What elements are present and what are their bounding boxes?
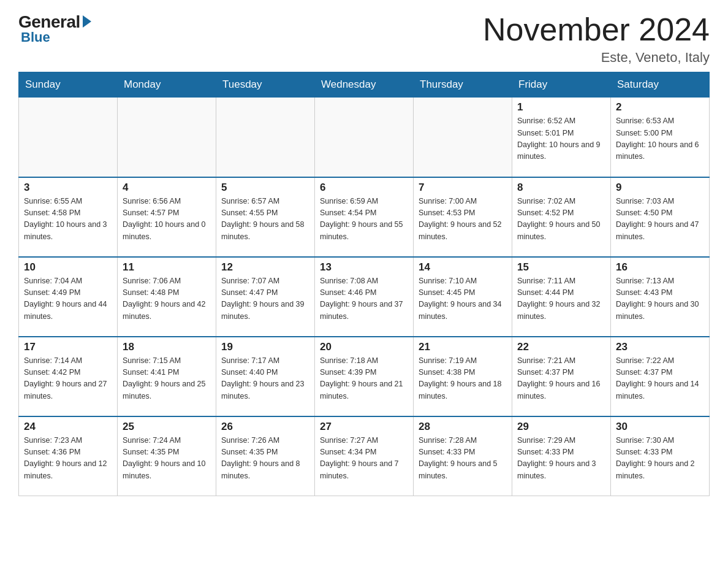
day-info: Sunrise: 7:08 AMSunset: 4:46 PMDaylight:… bbox=[320, 275, 408, 323]
calendar-day-cell: 20Sunrise: 7:18 AMSunset: 4:39 PMDayligh… bbox=[315, 337, 414, 416]
day-number: 13 bbox=[320, 261, 408, 274]
day-info: Sunrise: 7:18 AMSunset: 4:39 PMDaylight:… bbox=[320, 355, 408, 403]
calendar-day-cell: 21Sunrise: 7:19 AMSunset: 4:38 PMDayligh… bbox=[414, 337, 512, 416]
day-number: 29 bbox=[517, 421, 605, 433]
day-info: Sunrise: 7:27 AMSunset: 4:34 PMDaylight:… bbox=[320, 435, 408, 483]
day-info: Sunrise: 7:21 AMSunset: 4:37 PMDaylight:… bbox=[517, 355, 605, 403]
day-of-week-header: Wednesday bbox=[315, 72, 414, 98]
day-info: Sunrise: 7:19 AMSunset: 4:38 PMDaylight:… bbox=[419, 355, 507, 403]
day-of-week-header: Saturday bbox=[611, 72, 710, 98]
day-number: 24 bbox=[24, 421, 112, 433]
day-number: 17 bbox=[24, 341, 112, 353]
day-info: Sunrise: 7:28 AMSunset: 4:33 PMDaylight:… bbox=[419, 435, 507, 483]
calendar-week-row: 24Sunrise: 7:23 AMSunset: 4:36 PMDayligh… bbox=[19, 416, 710, 496]
day-info: Sunrise: 7:15 AMSunset: 4:41 PMDaylight:… bbox=[123, 355, 211, 403]
calendar-day-cell: 6Sunrise: 6:59 AMSunset: 4:54 PMDaylight… bbox=[315, 177, 414, 257]
day-info: Sunrise: 7:10 AMSunset: 4:45 PMDaylight:… bbox=[419, 275, 507, 323]
day-info: Sunrise: 7:03 AMSunset: 4:50 PMDaylight:… bbox=[616, 196, 704, 243]
day-of-week-header: Sunday bbox=[19, 72, 118, 98]
calendar-week-row: 17Sunrise: 7:14 AMSunset: 4:42 PMDayligh… bbox=[19, 337, 710, 416]
day-number: 28 bbox=[419, 421, 507, 433]
day-info: Sunrise: 7:06 AMSunset: 4:48 PMDaylight:… bbox=[123, 275, 211, 323]
header-right: November 2024 Este, Veneto, Italy bbox=[483, 12, 710, 66]
day-number: 2 bbox=[616, 101, 704, 113]
calendar-day-cell: 16Sunrise: 7:13 AMSunset: 4:43 PMDayligh… bbox=[611, 257, 710, 337]
day-info: Sunrise: 7:24 AMSunset: 4:35 PMDaylight:… bbox=[123, 435, 211, 483]
day-info: Sunrise: 6:57 AMSunset: 4:55 PMDaylight:… bbox=[221, 196, 309, 243]
calendar-day-cell: 9Sunrise: 7:03 AMSunset: 4:50 PMDaylight… bbox=[611, 177, 710, 257]
calendar-day-cell: 8Sunrise: 7:02 AMSunset: 4:52 PMDaylight… bbox=[512, 177, 611, 257]
day-number: 22 bbox=[517, 341, 605, 353]
day-of-week-header: Monday bbox=[118, 72, 216, 98]
day-info: Sunrise: 7:11 AMSunset: 4:44 PMDaylight:… bbox=[517, 275, 605, 323]
day-number: 9 bbox=[616, 182, 704, 194]
day-number: 8 bbox=[517, 182, 605, 194]
calendar-day-cell: 25Sunrise: 7:24 AMSunset: 4:35 PMDayligh… bbox=[118, 416, 216, 496]
day-number: 5 bbox=[221, 182, 309, 194]
day-number: 15 bbox=[517, 261, 605, 274]
calendar-day-cell: 19Sunrise: 7:17 AMSunset: 4:40 PMDayligh… bbox=[216, 337, 315, 416]
day-info: Sunrise: 6:56 AMSunset: 4:57 PMDaylight:… bbox=[123, 196, 211, 243]
calendar-table: SundayMondayTuesdayWednesdayThursdayFrid… bbox=[18, 72, 710, 496]
logo-triangle-icon bbox=[83, 15, 91, 28]
calendar-day-cell bbox=[118, 98, 216, 177]
day-number: 4 bbox=[123, 182, 211, 194]
calendar-day-cell: 27Sunrise: 7:27 AMSunset: 4:34 PMDayligh… bbox=[315, 416, 414, 496]
calendar-day-cell: 1Sunrise: 6:52 AMSunset: 5:01 PMDaylight… bbox=[512, 98, 611, 177]
day-info: Sunrise: 7:23 AMSunset: 4:36 PMDaylight:… bbox=[24, 435, 112, 483]
logo: General Blue bbox=[18, 12, 91, 45]
calendar-day-cell: 22Sunrise: 7:21 AMSunset: 4:37 PMDayligh… bbox=[512, 337, 611, 416]
day-number: 26 bbox=[221, 421, 309, 433]
calendar-day-cell bbox=[19, 98, 118, 177]
calendar-day-cell: 13Sunrise: 7:08 AMSunset: 4:46 PMDayligh… bbox=[315, 257, 414, 337]
calendar-day-cell bbox=[414, 98, 512, 177]
month-year-title: November 2024 bbox=[483, 12, 710, 47]
day-of-week-header: Thursday bbox=[414, 72, 512, 98]
day-number: 21 bbox=[419, 341, 507, 353]
day-info: Sunrise: 7:07 AMSunset: 4:47 PMDaylight:… bbox=[221, 275, 309, 323]
calendar-day-cell: 10Sunrise: 7:04 AMSunset: 4:49 PMDayligh… bbox=[19, 257, 118, 337]
day-number: 16 bbox=[616, 261, 704, 274]
day-number: 18 bbox=[123, 341, 211, 353]
day-number: 25 bbox=[123, 421, 211, 433]
day-info: Sunrise: 7:13 AMSunset: 4:43 PMDaylight:… bbox=[616, 275, 704, 323]
calendar-day-cell: 12Sunrise: 7:07 AMSunset: 4:47 PMDayligh… bbox=[216, 257, 315, 337]
calendar-day-cell: 29Sunrise: 7:29 AMSunset: 4:33 PMDayligh… bbox=[512, 416, 611, 496]
calendar-day-cell: 2Sunrise: 6:53 AMSunset: 5:00 PMDaylight… bbox=[611, 98, 710, 177]
day-of-week-header: Friday bbox=[512, 72, 611, 98]
calendar-day-cell: 14Sunrise: 7:10 AMSunset: 4:45 PMDayligh… bbox=[414, 257, 512, 337]
calendar-day-cell bbox=[216, 98, 315, 177]
day-info: Sunrise: 7:17 AMSunset: 4:40 PMDaylight:… bbox=[221, 355, 309, 403]
calendar-day-cell: 15Sunrise: 7:11 AMSunset: 4:44 PMDayligh… bbox=[512, 257, 611, 337]
calendar-day-cell: 24Sunrise: 7:23 AMSunset: 4:36 PMDayligh… bbox=[19, 416, 118, 496]
day-number: 6 bbox=[320, 182, 408, 194]
day-info: Sunrise: 7:14 AMSunset: 4:42 PMDaylight:… bbox=[24, 355, 112, 403]
day-number: 12 bbox=[221, 261, 309, 274]
calendar-day-cell: 26Sunrise: 7:26 AMSunset: 4:35 PMDayligh… bbox=[216, 416, 315, 496]
calendar-header-row: SundayMondayTuesdayWednesdayThursdayFrid… bbox=[19, 72, 710, 98]
day-info: Sunrise: 6:52 AMSunset: 5:01 PMDaylight:… bbox=[517, 115, 605, 163]
day-info: Sunrise: 6:53 AMSunset: 5:00 PMDaylight:… bbox=[616, 115, 704, 163]
day-info: Sunrise: 7:29 AMSunset: 4:33 PMDaylight:… bbox=[517, 435, 605, 483]
calendar-day-cell: 11Sunrise: 7:06 AMSunset: 4:48 PMDayligh… bbox=[118, 257, 216, 337]
day-info: Sunrise: 7:22 AMSunset: 4:37 PMDaylight:… bbox=[616, 355, 704, 403]
day-number: 14 bbox=[419, 261, 507, 274]
calendar-day-cell: 30Sunrise: 7:30 AMSunset: 4:33 PMDayligh… bbox=[611, 416, 710, 496]
calendar-week-row: 10Sunrise: 7:04 AMSunset: 4:49 PMDayligh… bbox=[19, 257, 710, 337]
day-number: 27 bbox=[320, 421, 408, 433]
day-number: 3 bbox=[24, 182, 112, 194]
day-info: Sunrise: 7:26 AMSunset: 4:35 PMDaylight:… bbox=[221, 435, 309, 483]
calendar-week-row: 1Sunrise: 6:52 AMSunset: 5:01 PMDaylight… bbox=[19, 98, 710, 177]
day-number: 10 bbox=[24, 261, 112, 274]
day-number: 23 bbox=[616, 341, 704, 353]
day-number: 30 bbox=[616, 421, 704, 433]
day-number: 19 bbox=[221, 341, 309, 353]
location-subtitle: Este, Veneto, Italy bbox=[483, 50, 710, 66]
day-info: Sunrise: 7:04 AMSunset: 4:49 PMDaylight:… bbox=[24, 275, 112, 323]
calendar-day-cell: 28Sunrise: 7:28 AMSunset: 4:33 PMDayligh… bbox=[414, 416, 512, 496]
page-header: General Blue November 2024 Este, Veneto,… bbox=[18, 12, 710, 66]
day-info: Sunrise: 6:55 AMSunset: 4:58 PMDaylight:… bbox=[24, 196, 112, 243]
day-info: Sunrise: 7:00 AMSunset: 4:53 PMDaylight:… bbox=[419, 196, 507, 243]
logo-blue-text: Blue bbox=[21, 29, 50, 45]
calendar-day-cell: 18Sunrise: 7:15 AMSunset: 4:41 PMDayligh… bbox=[118, 337, 216, 416]
